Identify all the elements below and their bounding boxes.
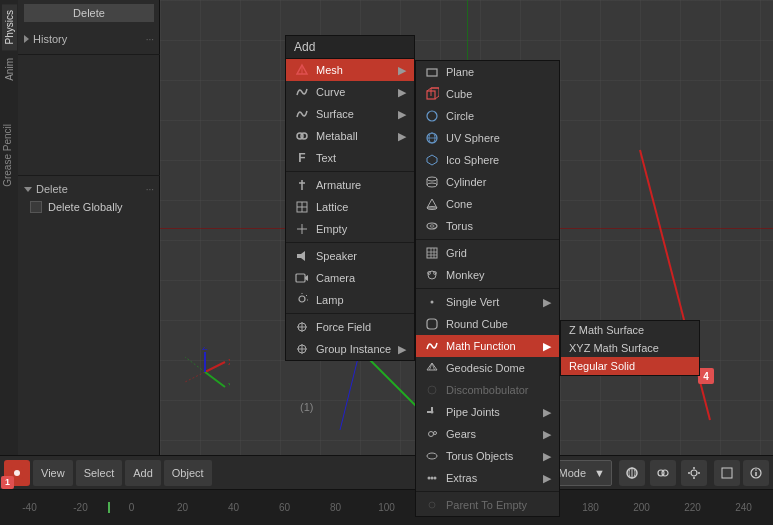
bottom-toolbar: 1 View Select Add Object Object Mode ▼ xyxy=(0,455,773,525)
menu-item-lamp[interactable]: Lamp xyxy=(286,289,414,311)
add-menu-title: Add xyxy=(286,36,414,59)
svg-rect-25 xyxy=(296,274,305,282)
submenu-item-parent-to-empty: Parent To Empty xyxy=(416,494,559,516)
global-circle-btn[interactable] xyxy=(619,460,645,486)
global-section xyxy=(619,460,645,486)
submenu-item-geodesic-dome[interactable]: Geodesic Dome xyxy=(416,357,559,379)
timeline-tick: 20 xyxy=(157,502,208,513)
math-item-z-surface[interactable]: Z Math Surface xyxy=(561,321,699,339)
armature-icon xyxy=(294,177,310,193)
lamp-icon xyxy=(294,292,310,308)
mesh-icon xyxy=(294,62,310,78)
svg-line-6 xyxy=(205,372,225,387)
overlay-btn[interactable] xyxy=(650,460,676,486)
force-field-icon xyxy=(294,319,310,335)
parent-to-empty-icon xyxy=(424,497,440,513)
menu-item-speaker[interactable]: Speaker xyxy=(286,245,414,267)
pipe-joints-icon xyxy=(424,404,440,420)
submenu-item-ico-sphere[interactable]: Ico Sphere xyxy=(416,149,559,171)
menu-item-lattice[interactable]: Lattice xyxy=(286,196,414,218)
step-4-badge: 4 xyxy=(698,368,714,384)
surface-icon xyxy=(294,106,310,122)
tab-physics[interactable]: Physics xyxy=(2,4,17,50)
submenu-single-vert-label: Single Vert xyxy=(446,296,499,308)
submenu-item-cone[interactable]: Cone xyxy=(416,193,559,215)
submenu-item-torus[interactable]: Torus xyxy=(416,215,559,237)
view-button[interactable]: View xyxy=(33,460,73,486)
group-instance-icon xyxy=(294,341,310,357)
menu-item-force-field-label: Force Field xyxy=(316,321,371,333)
add-button[interactable]: Add xyxy=(125,460,161,486)
submenu-round-cube-label: Round Cube xyxy=(446,318,508,330)
timeline-tick: -20 xyxy=(55,502,106,513)
submenu-item-single-vert[interactable]: Single Vert ▶ xyxy=(416,291,559,313)
geodesic-dome-icon xyxy=(424,360,440,376)
submenu-geodesic-dome-label: Geodesic Dome xyxy=(446,362,525,374)
curve-arrow: ▶ xyxy=(398,86,406,99)
cylinder-icon xyxy=(424,174,440,190)
svg-point-68 xyxy=(431,411,434,414)
svg-point-44 xyxy=(427,177,437,181)
submenu-item-grid[interactable]: Grid xyxy=(416,242,559,264)
text-icon: F xyxy=(294,150,310,166)
menu-item-camera[interactable]: Camera xyxy=(286,267,414,289)
submenu-item-circle[interactable]: Circle xyxy=(416,105,559,127)
submenu-item-plane[interactable]: Plane xyxy=(416,61,559,83)
toolbar-main: 1 View Select Add Object Object Mode ▼ xyxy=(0,455,773,489)
history-title: History ··· xyxy=(24,30,154,48)
delete-button[interactable]: Delete xyxy=(24,4,154,22)
delete-section: Delete ··· Delete Globally xyxy=(18,175,160,220)
single-vert-icon xyxy=(424,294,440,310)
svg-marker-43 xyxy=(427,155,437,165)
submenu-item-pipe-joints[interactable]: Pipe Joints ▶ xyxy=(416,401,559,423)
delete-globally-item[interactable]: Delete Globally xyxy=(24,198,154,216)
math-item-regular-solid[interactable]: Regular Solid xyxy=(561,357,699,375)
menu-item-text[interactable]: F Text xyxy=(286,147,414,169)
math-item-xyz-surface[interactable]: XYZ Math Surface xyxy=(561,339,699,357)
submenu-item-uv-sphere[interactable]: UV Sphere xyxy=(416,127,559,149)
submenu-item-gears[interactable]: Gears ▶ xyxy=(416,423,559,445)
submenu-item-round-cube[interactable]: Round Cube xyxy=(416,313,559,335)
svg-point-65 xyxy=(428,386,436,394)
info-btn[interactable] xyxy=(743,460,769,486)
extras-arrow: ▶ xyxy=(543,472,551,485)
mesh-submenu: Plane Cube Circle UV Sphere Ico Sphere xyxy=(415,60,560,517)
camera-icon xyxy=(294,270,310,286)
sidebar-content: Delete History ··· Grease Pencil Delete … xyxy=(18,0,160,455)
submenu-item-math-function[interactable]: Math Function ▶ xyxy=(416,335,559,357)
settings-btn[interactable] xyxy=(681,460,707,486)
submenu-item-cube[interactable]: Cube xyxy=(416,83,559,105)
menu-item-metaball[interactable]: Metaball ▶ xyxy=(286,125,414,147)
tab-grease-pencil[interactable]: Grease Pencil xyxy=(0,120,15,191)
object-button[interactable]: Object xyxy=(164,460,212,486)
submenu-math-function-label: Math Function xyxy=(446,340,516,352)
delete-button-row: Delete xyxy=(18,0,160,26)
submenu-item-cylinder[interactable]: Cylinder xyxy=(416,171,559,193)
tab-anim[interactable]: Anim xyxy=(2,52,17,87)
submenu-item-torus-objects[interactable]: Torus Objects ▶ xyxy=(416,445,559,467)
menu-item-surface[interactable]: Surface ▶ xyxy=(286,103,414,125)
svg-rect-89 xyxy=(722,468,732,478)
submenu-item-extras[interactable]: Extras ▶ xyxy=(416,467,559,489)
menu-separator-1 xyxy=(286,171,414,172)
render-btn[interactable] xyxy=(714,460,740,486)
menu-item-mesh[interactable]: Mesh ▶ xyxy=(286,59,414,81)
submenu-item-monkey[interactable]: Monkey xyxy=(416,264,559,286)
menu-item-force-field[interactable]: Force Field xyxy=(286,316,414,338)
select-button[interactable]: Select xyxy=(76,460,123,486)
menu-item-empty[interactable]: Empty xyxy=(286,218,414,240)
plane-icon xyxy=(424,64,440,80)
tick-container: -40-20020406080100120140160180200220240 xyxy=(4,502,769,513)
ico-sphere-icon xyxy=(424,152,440,168)
add-menu: Add Mesh ▶ Curve ▶ Surface ▶ Metaball ▶ xyxy=(285,35,415,361)
delete-globally-checkbox[interactable] xyxy=(30,201,42,213)
svg-point-77 xyxy=(14,470,20,476)
submenu-discombobulator-label: Discombobulator xyxy=(446,384,529,396)
menu-item-armature[interactable]: Armature xyxy=(286,174,414,196)
menu-item-curve[interactable]: Curve ▶ xyxy=(286,81,414,103)
menu-item-group-instance[interactable]: Group Instance ▶ xyxy=(286,338,414,360)
svg-text:Y: Y xyxy=(228,381,230,391)
math-function-icon xyxy=(424,338,440,354)
global-circle-icon xyxy=(625,466,639,480)
menu-item-empty-label: Empty xyxy=(316,223,347,235)
